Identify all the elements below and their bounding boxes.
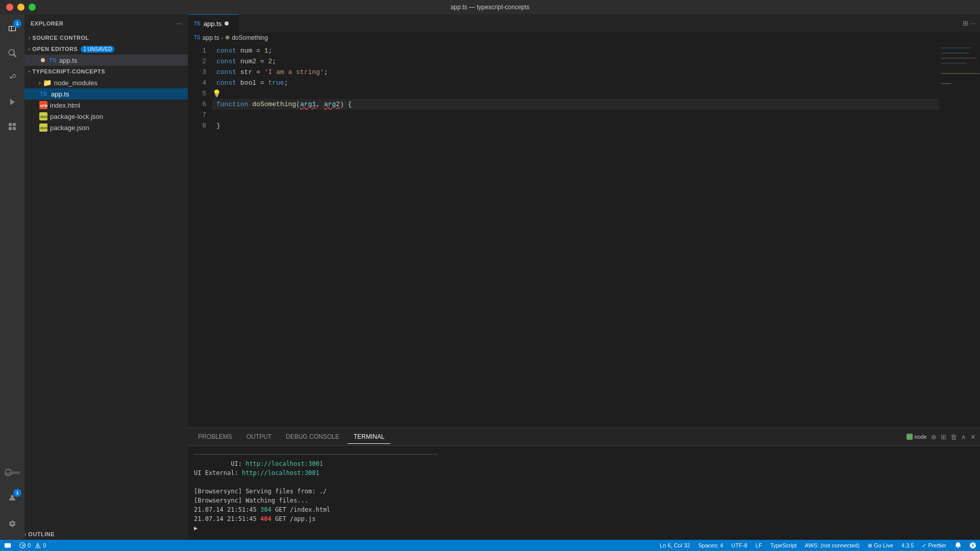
tree-item-package-json[interactable]: JSON package.json xyxy=(24,122,188,133)
source-control-chevron: › xyxy=(29,35,30,41)
tab-bar: TS app.ts ⊞ ··· xyxy=(188,14,980,32)
ts-version-label: 4.3.5 xyxy=(901,542,914,548)
activity-accounts[interactable]: 1 xyxy=(0,486,24,510)
tab-modified-dot xyxy=(225,21,229,26)
terminal-browsersync-1: [Browsersync] Serving files from: ./ xyxy=(194,487,974,496)
sidebar-more-actions[interactable]: ··· xyxy=(176,19,182,27)
status-spaces[interactable]: Spaces: 4 xyxy=(694,540,727,551)
breadcrumb-symbol[interactable]: doSomething xyxy=(232,34,268,41)
more-actions-icon[interactable]: ··· xyxy=(970,19,976,27)
folder-icon: 📁 xyxy=(43,78,52,87)
activity-extensions[interactable] xyxy=(0,114,24,139)
ui-link[interactable]: http://localhost:3001 xyxy=(246,460,323,467)
add-terminal-icon[interactable]: ⊕ xyxy=(931,433,937,441)
outline-chevron: › xyxy=(24,532,26,537)
terminal-req-1: 21.07.14 21:51:45 304 GET /index.html xyxy=(194,505,974,514)
node-badge: node xyxy=(906,434,927,440)
activity-source-control[interactable] xyxy=(0,65,24,90)
status-remote[interactable] xyxy=(0,540,15,551)
tab-app-ts[interactable]: TS app.ts xyxy=(188,14,239,32)
code-editor[interactable]: 1 2 3 4 5 6 7 8 const num = 1; const num… xyxy=(188,43,980,428)
status-language[interactable]: TypeScript xyxy=(766,540,801,551)
status-encoding[interactable]: UTF-8 xyxy=(727,540,751,551)
ui-external-link[interactable]: http://localhost:3001 xyxy=(242,469,320,477)
terminal-req-2: 21.07.14 21:51:45 404 GET /app.js xyxy=(194,514,974,523)
maximize-button[interactable] xyxy=(29,4,36,11)
close-button[interactable] xyxy=(6,4,13,11)
breadcrumb-separator: › xyxy=(221,35,223,41)
activity-remote[interactable]: aws aws xyxy=(0,460,24,485)
titlebar-buttons xyxy=(6,4,36,11)
main-container: 1 aws aws 1 xyxy=(0,14,980,540)
ts-file-icon: TS xyxy=(48,56,57,65)
line-ending-label: LF xyxy=(755,542,762,548)
tab-bar-actions: ⊞ ··· xyxy=(959,14,980,32)
status-prettier[interactable]: ✓ Prettier xyxy=(918,540,950,551)
activity-run[interactable] xyxy=(0,90,24,114)
status-line-ending[interactable]: LF xyxy=(751,540,766,551)
close-panel-icon[interactable]: ✕ xyxy=(970,433,976,441)
lightbulb-icon[interactable]: 💡 xyxy=(212,89,221,99)
source-control-label: SOURCE CONTROL xyxy=(32,35,89,41)
code-content[interactable]: const num = 1; const num2 = 2; const str… xyxy=(212,43,939,428)
terminal-sep: ────────────────────────────────────────… xyxy=(194,450,974,459)
language-label: TypeScript xyxy=(770,542,797,548)
file-tree: › 📁 node_modules TS app.ts HTML index.ht… xyxy=(24,77,188,529)
panel: PROBLEMS OUTPUT DEBUG CONSOLE TERMINAL n… xyxy=(188,428,980,540)
outline-section[interactable]: › OUTLINE xyxy=(24,529,188,540)
status-bar: ✕ 0 0 Ln 6, Col 32 Spaces: 4 UTF-8 LF Ty… xyxy=(0,540,980,551)
tab-problems[interactable]: PROBLEMS xyxy=(192,430,238,444)
activity-bar: 1 aws aws 1 xyxy=(0,14,24,540)
tree-item-node-modules[interactable]: › 📁 node_modules xyxy=(24,77,188,88)
tab-filename: app.ts xyxy=(204,20,222,28)
status-cursor[interactable]: Ln 6, Col 32 xyxy=(656,540,694,551)
open-editor-app-ts[interactable]: TS app.ts xyxy=(24,55,188,66)
tree-item-app-ts[interactable]: TS app.ts xyxy=(24,88,188,99)
terminal-content[interactable]: ────────────────────────────────────────… xyxy=(188,446,980,540)
status-aws[interactable]: AWS: (not connected) xyxy=(801,540,864,551)
svg-text:aws: aws xyxy=(6,471,12,475)
split-terminal-icon[interactable]: ⊞ xyxy=(941,433,946,441)
status-remote-bottom[interactable] xyxy=(966,540,980,551)
svg-rect-20 xyxy=(37,545,38,546)
status-go-live[interactable]: ⊕ Go Live xyxy=(864,540,897,551)
json-icon: JSON xyxy=(39,123,48,132)
minimap xyxy=(939,43,980,428)
window-title: app.ts — typescript-concepts xyxy=(451,4,530,11)
minimize-button[interactable] xyxy=(17,4,24,11)
tree-item-package-lock[interactable]: JSON package-lock.json xyxy=(24,111,188,122)
encoding-label: UTF-8 xyxy=(731,542,747,548)
line-numbers: 1 2 3 4 5 6 7 8 xyxy=(188,43,212,428)
tree-item-index-html[interactable]: HTML index.html xyxy=(24,99,188,111)
breadcrumb-file[interactable]: app.ts xyxy=(203,34,219,41)
activity-explorer[interactable]: 1 xyxy=(0,16,24,41)
tab-terminal[interactable]: TERMINAL xyxy=(348,430,391,444)
aws-label: AWS: (not connected) xyxy=(805,542,860,548)
folder-name: node_modules xyxy=(54,79,97,87)
svg-rect-16 xyxy=(941,73,979,74)
open-editors-chevron: › xyxy=(27,48,32,49)
status-ts-version[interactable]: 4.3.5 xyxy=(897,540,918,551)
tab-output[interactable]: OUTPUT xyxy=(240,430,278,444)
typescript-concepts-section[interactable]: › TYPESCRIPT-CONCEPTS xyxy=(24,66,188,77)
code-line-6: function doSomething(arg1, arg2) { xyxy=(212,99,939,110)
open-editors-section[interactable]: › OPEN EDITORS 1 UNSAVED xyxy=(24,43,188,55)
tree-filename-index-html: index.html xyxy=(50,102,80,109)
activity-search[interactable] xyxy=(0,41,24,65)
accounts-badge: 1 xyxy=(13,489,21,497)
kill-terminal-icon[interactable]: 🗑 xyxy=(950,433,957,441)
svg-text:JSON: JSON xyxy=(40,115,47,118)
code-line-7 xyxy=(212,110,939,120)
prettier-label: ✓ Prettier xyxy=(922,542,946,549)
maximize-panel-icon[interactable]: ∧ xyxy=(961,433,966,441)
sidebar-header: EXPLORER ··· xyxy=(24,14,188,32)
svg-rect-14 xyxy=(941,58,977,59)
error-count: 0 xyxy=(28,542,31,548)
activity-settings[interactable] xyxy=(0,511,24,536)
split-editor-icon[interactable]: ⊞ xyxy=(963,19,968,27)
status-errors[interactable]: ✕ 0 0 xyxy=(15,540,50,551)
source-control-section[interactable]: › SOURCE CONTROL xyxy=(24,32,188,43)
svg-rect-1 xyxy=(13,123,16,126)
status-notifications[interactable] xyxy=(950,540,966,551)
tab-debug-console[interactable]: DEBUG CONSOLE xyxy=(280,430,346,444)
